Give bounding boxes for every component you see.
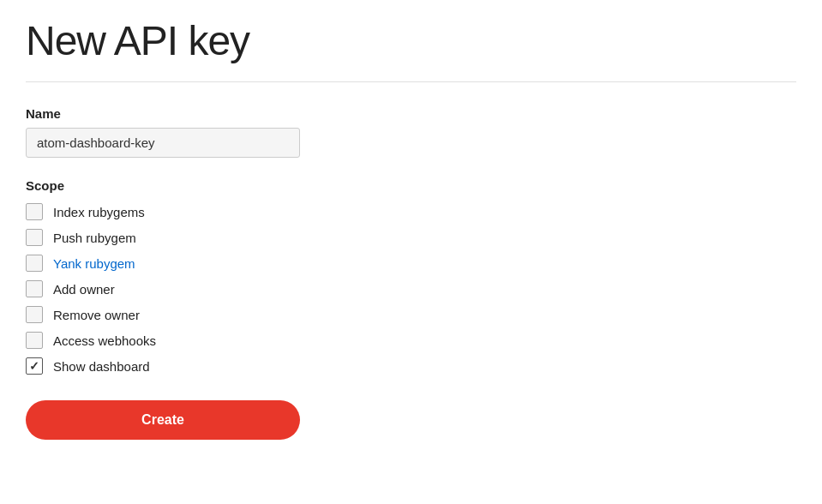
- checkbox-access_webhooks[interactable]: [26, 332, 43, 349]
- scope-item: Add owner: [26, 280, 540, 297]
- scope-item: Show dashboard: [26, 357, 540, 375]
- label-push_rubygem[interactable]: Push rubygem: [53, 231, 136, 245]
- create-button[interactable]: Create: [26, 400, 300, 440]
- label-yank_rubygem[interactable]: Yank rubygem: [53, 256, 135, 271]
- scope-list: Index rubygemsPush rubygemYank rubygemAd…: [26, 203, 540, 375]
- scope-label: Scope: [26, 178, 540, 193]
- divider: [26, 81, 796, 82]
- scope-item: Index rubygems: [26, 203, 540, 220]
- scope-item: Access webhooks: [26, 332, 540, 349]
- label-show_dashboard[interactable]: Show dashboard: [53, 359, 150, 374]
- checkbox-index_rubygems[interactable]: [26, 203, 43, 220]
- scope-item: Remove owner: [26, 306, 540, 323]
- label-add_owner[interactable]: Add owner: [53, 282, 115, 297]
- name-label: Name: [26, 106, 540, 121]
- page-title: New API key: [26, 17, 796, 64]
- checkbox-push_rubygem[interactable]: [26, 229, 43, 246]
- label-access_webhooks[interactable]: Access webhooks: [53, 333, 156, 348]
- scope-item: Push rubygem: [26, 229, 540, 246]
- checkbox-remove_owner[interactable]: [26, 306, 43, 323]
- checkbox-yank_rubygem[interactable]: [26, 255, 43, 272]
- checkbox-show_dashboard[interactable]: [26, 357, 43, 375]
- scope-item: Yank rubygem: [26, 255, 540, 272]
- checkbox-add_owner[interactable]: [26, 280, 43, 297]
- label-index_rubygems[interactable]: Index rubygems: [53, 205, 145, 219]
- api-key-form: Name Scope Index rubygemsPush rubygemYan…: [26, 106, 540, 440]
- label-remove_owner[interactable]: Remove owner: [53, 308, 140, 322]
- name-input[interactable]: [26, 128, 300, 158]
